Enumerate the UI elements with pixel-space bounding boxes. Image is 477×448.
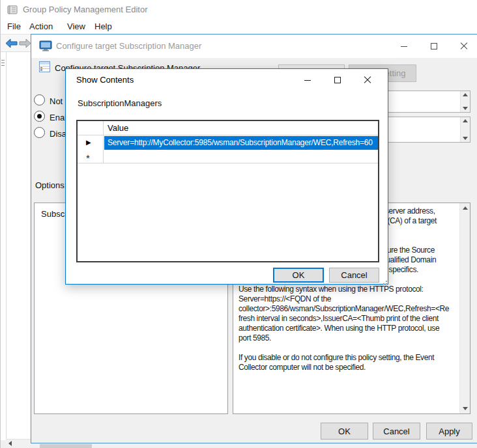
scroll-left-icon[interactable]: [8, 441, 12, 446]
show-contents-dialog: Show Contents SubscriptionManagers Value…: [65, 68, 388, 285]
menu-view[interactable]: View: [67, 21, 85, 31]
minimize-icon: [401, 46, 407, 47]
maximize-icon: [334, 77, 341, 83]
scroll-down-icon[interactable]: [463, 137, 468, 140]
help-scrollbar[interactable]: [459, 203, 470, 413]
maximize-icon: [431, 43, 437, 49]
close-icon: [364, 76, 371, 84]
policy-setting-icon: [39, 61, 50, 72]
minimize-button[interactable]: [394, 35, 414, 58]
scroll-up-icon[interactable]: [463, 93, 468, 96]
gpme-app-icon: [7, 4, 19, 16]
radio-enabled[interactable]: [34, 111, 45, 122]
new-row-icon: *: [86, 152, 90, 163]
setting-window-titlebar: Configure target Subscription Manager: [31, 35, 477, 58]
value-cell[interactable]: [104, 150, 378, 163]
tree-horizontal-scrollbar[interactable]: [6, 439, 31, 447]
value-text: Server=http://MyCollector:5985/wsman/Sub…: [108, 138, 373, 147]
field-label: SubscriptionManagers: [78, 98, 162, 108]
splitter-grip[interactable]: [1, 63, 5, 63]
menu-help[interactable]: Help: [94, 21, 112, 31]
supported-on-scrollbar[interactable]: [460, 117, 470, 142]
console-tree-pane: [6, 52, 31, 440]
splitter-grip[interactable]: [1, 65, 5, 66]
setting-window-icon: [39, 40, 52, 51]
table-row[interactable]: ▶ Server=http://MyCollector:5985/wsman/S…: [78, 136, 378, 150]
back-arrow-icon[interactable]: [5, 38, 18, 48]
forward-arrow-icon[interactable]: [19, 38, 31, 48]
cancel-button[interactable]: Cancel: [329, 268, 379, 283]
column-header[interactable]: Value: [108, 123, 128, 133]
minimize-icon: [304, 80, 311, 81]
scroll-up-icon[interactable]: [463, 119, 468, 122]
value-cell[interactable]: Server=http://MyCollector:5985/wsman/Sub…: [104, 136, 378, 150]
dialog-title: Show Contents: [76, 75, 134, 85]
radio-disabled[interactable]: [34, 127, 45, 138]
close-button[interactable]: [357, 72, 378, 89]
ok-button[interactable]: OK: [321, 423, 368, 440]
current-row-icon: ▶: [86, 139, 91, 146]
screen: Group Policy Management Editor File Acti…: [0, 0, 477, 448]
setting-window-title: Configure target Subscription Manager: [56, 41, 201, 51]
ok-button[interactable]: OK: [273, 268, 324, 283]
row-selector[interactable]: ▶: [78, 136, 104, 150]
splitter-grip[interactable]: [1, 60, 5, 61]
scroll-down-icon[interactable]: [463, 107, 468, 110]
row-selector-header[interactable]: [78, 121, 104, 135]
menu-action[interactable]: Action: [29, 21, 53, 31]
close-button[interactable]: [453, 35, 475, 58]
menu-file[interactable]: File: [7, 21, 21, 31]
minimize-button[interactable]: [298, 72, 317, 89]
comment-scrollbar[interactable]: [460, 91, 470, 112]
table-row[interactable]: *: [78, 150, 378, 163]
grid-header-row: Value: [78, 121, 378, 135]
cancel-button[interactable]: Cancel: [373, 423, 420, 440]
maximize-button[interactable]: [328, 72, 347, 89]
resize-grip[interactable]: [381, 278, 387, 285]
maximize-button[interactable]: [424, 35, 444, 58]
options-label: Options:: [35, 180, 66, 190]
toolbar: [1, 34, 31, 52]
close-icon: [460, 42, 468, 50]
app-title: Group Policy Management Editor: [23, 5, 147, 14]
scroll-down-icon[interactable]: [463, 407, 468, 410]
scroll-up-icon[interactable]: [463, 206, 468, 210]
gpme-titlebar: Group Policy Management Editor: [1, 0, 477, 20]
radio-not-configured[interactable]: [34, 94, 45, 105]
apply-button[interactable]: Apply: [426, 423, 472, 440]
horizontal-scroll-thumb[interactable]: [40, 444, 92, 448]
row-selector[interactable]: *: [78, 150, 104, 163]
menubar: File Action View Help: [1, 20, 477, 34]
values-grid: Value ▶ Server=http://MyCollector:5985/w…: [76, 120, 379, 262]
